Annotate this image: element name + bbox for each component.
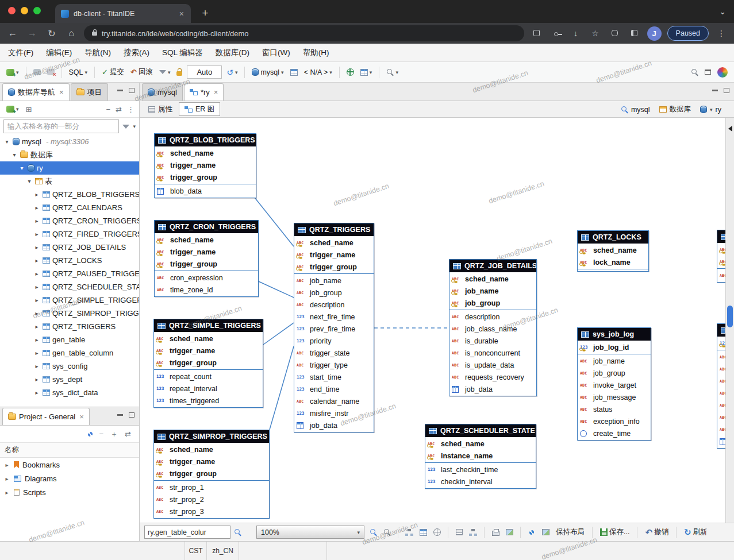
sidebar-new-connection-button[interactable]: ▾ [5, 105, 21, 114]
expand-arrow-icon[interactable]: ▸ [3, 462, 10, 468]
tree-item-gen_table[interactable]: ▸gen_table [0, 333, 139, 346]
profile-avatar[interactable]: J [647, 26, 662, 41]
entity-field[interactable]: repeat_count [154, 370, 263, 383]
entity-field[interactable]: sched_name [294, 237, 374, 249]
entity-field[interactable]: trigger_group [155, 258, 258, 270]
browser-tab[interactable]: db-client - TitanIDE × [55, 4, 191, 23]
project-item-Diagrams[interactable]: ▸Diagrams [0, 472, 139, 485]
zoom-out-button[interactable] [382, 527, 392, 538]
entity-field[interactable]: description [294, 299, 374, 311]
transaction-filter-button[interactable]: ▾ [157, 68, 172, 76]
entity-field[interactable]: trigger_name [154, 455, 269, 468]
entity-field[interactable]: str_prop_1 [154, 481, 269, 493]
entity-field[interactable]: status [578, 403, 651, 415]
expand-arrow-icon[interactable]: ▸ [33, 389, 40, 396]
entity-field[interactable]: job_log_id [578, 341, 651, 353]
entity-field[interactable]: exception_info [578, 415, 651, 427]
tree-item-ry[interactable]: ▾ry [0, 161, 139, 175]
tree-item-QRTZ_FIRED_TRIGGERS[interactable]: ▸QRTZ_FIRED_TRIGGERS [0, 227, 139, 241]
tab-database-navigator[interactable]: 数据库导航 × [2, 83, 70, 101]
entity-field[interactable]: repeat_interval [154, 383, 263, 395]
home-icon[interactable]: ⌂ [64, 28, 78, 38]
diagram-search-icon[interactable] [234, 528, 241, 536]
toolbar-search-button[interactable]: ▾ [385, 67, 400, 77]
project-item-Bookmarks[interactable]: ▸Bookmarks [0, 458, 139, 472]
export-image-button[interactable] [504, 527, 514, 538]
close-icon[interactable]: × [79, 412, 84, 421]
active-schema-selector[interactable]: < N/A >▾ [302, 67, 334, 78]
expand-arrow-icon[interactable]: ▸ [33, 297, 40, 303]
tree-item-mysql[interactable]: ▾mysql- mysql:3306 [0, 135, 139, 148]
collapse-panel-arrow-icon[interactable] [728, 126, 732, 132]
tree-item-数据库[interactable]: ▾数据库 [0, 148, 139, 161]
entity-header[interactable]: QRTZ_CRON_TRIGGERS [155, 221, 258, 233]
entity-field[interactable]: sched_name [154, 333, 263, 345]
entity-field[interactable]: trigger_name [154, 345, 263, 357]
toggle-grid-button[interactable] [418, 527, 428, 538]
minimize-panel-icon[interactable] [117, 90, 123, 91]
er-entity-QRTZ_TRIGGERS[interactable]: QRTZ_TRIGGERSsched_nametrigger_nametrigg… [294, 223, 374, 432]
expand-arrow-icon[interactable]: ▾ [26, 178, 33, 184]
entity-field[interactable]: str_prop_3 [154, 505, 269, 517]
relation-line[interactable] [270, 346, 294, 430]
maximize-panel-icon[interactable] [129, 88, 134, 93]
user-menu-button[interactable] [716, 66, 729, 79]
canvas-vertical-scrollbar[interactable] [725, 118, 734, 523]
link-editor-button[interactable]: ⇄ [116, 105, 122, 114]
tree-item-QRTZ_PAUSED_TRIGGER_GRPS[interactable]: ▸QRTZ_PAUSED_TRIGGER_GRPS [0, 267, 139, 280]
auto-layout-button[interactable] [404, 527, 414, 538]
entity-field[interactable]: job_group [578, 367, 651, 379]
connect-button[interactable] [32, 68, 43, 76]
entity-field[interactable]: is_update_data [449, 359, 536, 371]
menu-item[interactable]: 帮助(H) [303, 48, 329, 58]
tab-list-chevron-icon[interactable]: ⌄ [719, 7, 726, 16]
entity-field[interactable]: job_group [449, 297, 536, 309]
export-button[interactable]: ▾ [359, 68, 374, 77]
extensions-icon[interactable] [608, 29, 622, 38]
undo-button[interactable]: ↶撤销 [643, 526, 670, 539]
entity-field[interactable]: sched_name [154, 443, 269, 455]
tree-item-QRTZ_CALENDARS[interactable]: ▸QRTZ_CALENDARS [0, 201, 139, 214]
entity-field[interactable]: description [449, 311, 536, 323]
zoom-window-button[interactable] [33, 7, 41, 14]
close-icon[interactable]: × [59, 88, 64, 96]
tree-item-sys_config[interactable]: ▸sys_config [0, 360, 139, 373]
entity-field[interactable]: cron_expression [155, 272, 258, 284]
auto-commit-button[interactable]: Auto [187, 65, 222, 79]
entity-field[interactable]: end_time [294, 383, 374, 395]
entity-header[interactable]: QRTZ_TRIGGERS [294, 223, 374, 236]
expand-arrow-icon[interactable]: ▾ [11, 152, 18, 158]
entity-header[interactable]: QRTZ_BLOB_TRIGGERS [155, 134, 256, 146]
fit-view-button[interactable] [432, 527, 442, 538]
refresh-button[interactable]: ↻刷新 [682, 526, 709, 539]
expand-all-icon[interactable]: ＋ [110, 429, 118, 439]
expand-arrow-icon[interactable]: ▸ [33, 244, 40, 250]
new-folder-button[interactable]: ⊞ [26, 105, 32, 114]
entity-field[interactable]: sched_name [449, 273, 536, 285]
project-settings-icon[interactable] [88, 432, 93, 437]
expand-arrow-icon[interactable]: ▾ [3, 138, 10, 145]
minimize-window-button[interactable] [21, 7, 28, 14]
entity-field[interactable]: job_group [294, 287, 374, 299]
catalog-icon-button[interactable] [289, 68, 299, 77]
relation-line[interactable] [263, 323, 294, 345]
entity-field[interactable]: job_name [449, 285, 536, 297]
tree-item-QRTZ_JOB_DETAILS[interactable]: ▸QRTZ_JOB_DETAILS [0, 241, 139, 254]
entity-header[interactable]: QRTZ_JOB_DETAILS [449, 260, 536, 272]
hierarchy-button[interactable] [468, 527, 478, 538]
tree-item-QRTZ_BLOB_TRIGGERS[interactable]: ▸QRTZ_BLOB_TRIGGERS [0, 188, 139, 201]
er-entity-QRTZ_CRON_TRIGGERS[interactable]: QRTZ_CRON_TRIGGERSsched_nametrigger_name… [154, 220, 259, 297]
tree-item-QRTZ_SIMPLE_TRIGGERS[interactable]: ▸QRTZ_SIMPLE_TRIGGERS [0, 293, 139, 307]
filter-chevron-icon[interactable]: ▾ [133, 123, 136, 129]
entity-field[interactable]: trigger_name [155, 246, 258, 258]
er-entity-QRTZ_JOB_DETAILS[interactable]: QRTZ_JOB_DETAILSsched_namejob_namejob_gr… [449, 259, 537, 396]
expand-arrow-icon[interactable]: ▸ [33, 218, 40, 224]
menu-item[interactable]: 数据库(D) [216, 48, 249, 58]
entity-field[interactable]: trigger_type [294, 359, 374, 371]
er-entity-QRTZ_SIMPLE_TRIGGERS[interactable]: QRTZ_SIMPLE_TRIGGERSsched_nametrigger_na… [153, 319, 263, 408]
picture-button[interactable] [540, 527, 551, 538]
entity-field[interactable]: trigger_state [294, 347, 374, 359]
maximize-panel-icon[interactable] [724, 88, 729, 93]
entity-field[interactable]: prev_fire_time [294, 323, 374, 335]
entity-field[interactable]: job_name [578, 355, 651, 367]
